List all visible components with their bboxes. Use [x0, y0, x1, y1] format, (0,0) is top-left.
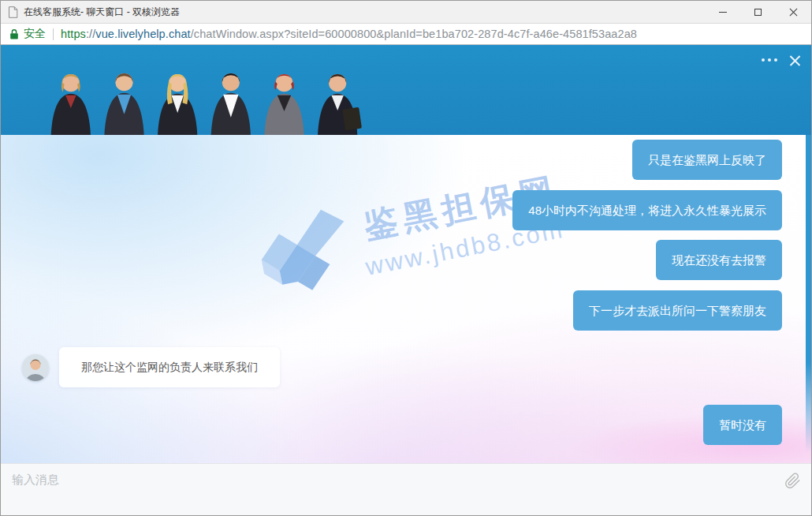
close-window-button[interactable]	[776, 1, 811, 23]
chat-header	[1, 45, 811, 135]
maximize-button[interactable]	[740, 1, 776, 23]
maximize-icon	[754, 9, 762, 16]
chat-body: 鉴黑担保网 www.jhdb8.com 只是在鉴黑网上反映了 48小时内不沟通处…	[1, 135, 811, 463]
agent-avatar	[22, 354, 49, 381]
window-title: 在线客服系统- 聊天窗口 - 双核浏览器	[24, 6, 180, 19]
incoming-message-bubble: 那您让这个监网的负责人来联系我们	[59, 347, 280, 387]
minimize-icon	[719, 12, 727, 13]
message-input[interactable]	[1, 464, 811, 515]
message-list: 只是在鉴黑网上反映了 48小时内不沟通处理，将进入永久性暴光展示 现在还没有去报…	[1, 135, 811, 463]
page-icon	[8, 6, 18, 18]
url-text[interactable]: https://vue.livelyhelp.chat/chatWindow.a…	[61, 28, 637, 40]
address-bar[interactable]: 安全 https://vue.livelyhelp.chat/chatWindo…	[1, 23, 811, 45]
attachment-icon[interactable]	[784, 473, 801, 489]
message-row: 那您让这个监网的负责人来联系我们	[1, 347, 811, 387]
url-scheme: https	[61, 28, 86, 40]
message-row: 暂时没有	[1, 405, 811, 445]
chat-menu-icon[interactable]	[760, 54, 779, 66]
outgoing-message-bubble: 48小时内不沟通处理，将进入永久性暴光展示	[512, 190, 782, 230]
browser-window: 在线客服系统- 聊天窗口 - 双核浏览器 安全 https://vue.live…	[0, 0, 812, 516]
minimize-button[interactable]	[705, 1, 740, 23]
close-icon	[789, 8, 798, 17]
security-label: 安全	[24, 27, 46, 41]
message-row: 48小时内不沟通处理，将进入永久性暴光展示	[1, 190, 811, 230]
message-input-area	[1, 463, 811, 515]
window-controls	[705, 1, 811, 23]
address-divider	[53, 28, 54, 40]
url-domain: vue.livelyhelp.chat	[95, 28, 190, 40]
message-row: 现在还没有去报警	[1, 240, 811, 280]
url-separator: ://	[86, 28, 95, 40]
outgoing-message-bubble: 暂时没有	[703, 405, 782, 445]
message-row: 下一步才去派出所问一下警察朋友	[1, 290, 811, 331]
outgoing-message-bubble: 现在还没有去报警	[656, 240, 782, 280]
outgoing-message-bubble: 只是在鉴黑网上反映了	[632, 140, 782, 180]
url-path: /chatWindow.aspx?siteId=60000800&planId=…	[191, 28, 637, 40]
outgoing-message-bubble: 下一步才去派出所问一下警察朋友	[573, 290, 782, 331]
chat-close-icon[interactable]	[789, 54, 801, 66]
lock-icon[interactable]	[9, 28, 19, 40]
message-row: 只是在鉴黑网上反映了	[1, 140, 811, 180]
support-team-photo	[44, 62, 364, 135]
title-bar: 在线客服系统- 聊天窗口 - 双核浏览器	[1, 1, 811, 23]
chat-header-actions	[760, 54, 801, 66]
